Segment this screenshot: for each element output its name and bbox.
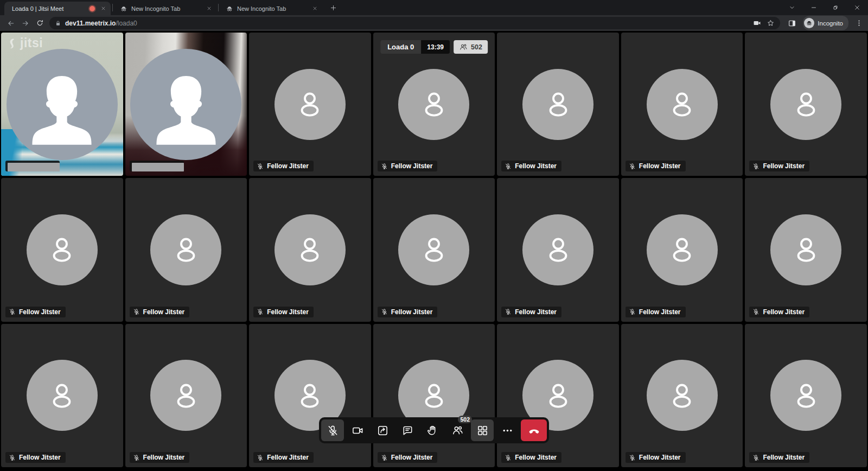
person-outline-icon — [165, 228, 207, 271]
camera-button[interactable] — [346, 419, 369, 441]
tab-new-incognito-2[interactable]: New Incognito Tab — [220, 2, 322, 15]
participant-tile[interactable]: Fellow Jitster — [745, 178, 867, 321]
bookmark-star-icon[interactable] — [767, 19, 775, 27]
mute-audio-button[interactable] — [321, 419, 344, 441]
participant-name-label: Fellow Jitster — [626, 161, 686, 171]
forward-button[interactable] — [18, 16, 33, 30]
participant-tile[interactable]: Fellow Jitster — [373, 324, 495, 467]
close-window-button[interactable] — [846, 0, 868, 15]
reload-button[interactable] — [33, 16, 47, 30]
tab-close-icon[interactable] — [205, 4, 213, 13]
conference-header: Loada 0 13:39 502 — [380, 40, 488, 54]
jitsi-logo-icon — [6, 37, 18, 49]
redacted-name-block — [8, 163, 60, 171]
participant-name-label: Fellow Jitster — [749, 161, 809, 171]
participant-tile[interactable]: Fellow Jitster — [745, 324, 867, 467]
participant-tile[interactable]: jitsi — [1, 33, 123, 176]
participant-name: Fellow Jitster — [267, 308, 309, 316]
chat-button[interactable] — [396, 419, 419, 441]
participant-tile[interactable]: Fellow Jitster — [497, 33, 619, 176]
participant-name-label: Fellow Jitster — [501, 161, 561, 171]
participant-name: Fellow Jitster — [639, 162, 681, 170]
participant-name-label: Fellow Jitster — [378, 452, 438, 463]
participant-tile[interactable]: Fellow Jitster — [249, 178, 371, 321]
meeting-toolbar: 502 — [319, 417, 549, 443]
tile-view-button[interactable] — [471, 419, 494, 441]
participants-button[interactable]: 502 — [446, 419, 469, 441]
tab-title: New Incognito Tab — [131, 5, 205, 12]
participant-avatar — [150, 214, 221, 285]
tab-new-incognito-1[interactable]: New Incognito Tab — [114, 2, 216, 15]
participant-avatar — [522, 214, 593, 285]
mic-muted-icon — [505, 308, 512, 315]
participant-tile[interactable]: Fellow Jitster — [497, 178, 619, 321]
tab-search-button[interactable] — [781, 0, 803, 15]
participant-tile[interactable]: Fellow Jitster — [1, 178, 123, 321]
participant-tile[interactable]: Fellow Jitster — [373, 33, 495, 176]
participant-tile[interactable]: Fellow Jitster — [249, 324, 371, 467]
tab-close-icon[interactable] — [99, 4, 107, 13]
participant-tile[interactable]: Fellow Jitster — [621, 324, 743, 467]
participant-name-label-redacted — [5, 161, 60, 171]
participant-tile[interactable]: Fellow Jitster — [373, 178, 495, 321]
participant-tile[interactable] — [125, 33, 247, 176]
person-outline-icon — [537, 83, 579, 125]
participant-name-label: Fellow Jitster — [626, 307, 686, 317]
participant-tile[interactable]: Fellow Jitster — [621, 33, 743, 176]
person-outline-icon — [289, 228, 331, 271]
participant-name: Fellow Jitster — [143, 308, 185, 316]
minimize-button[interactable] — [803, 0, 825, 15]
jitsi-watermark: jitsi — [6, 36, 43, 50]
side-panel-button[interactable] — [784, 16, 800, 31]
person-outline-icon — [41, 374, 83, 417]
participant-name: Fellow Jitster — [391, 308, 433, 316]
participant-avatar — [770, 360, 841, 431]
incognito-icon — [120, 5, 127, 12]
screen-share-button[interactable] — [371, 419, 394, 441]
new-tab-button[interactable] — [327, 1, 340, 14]
participant-avatar — [647, 214, 718, 285]
participant-count: 502 — [471, 43, 482, 51]
conference-timer: 13:39 — [421, 40, 450, 54]
participant-avatar — [647, 69, 718, 140]
participant-tile[interactable]: Fellow Jitster — [497, 324, 619, 467]
participant-tile[interactable]: Fellow Jitster — [125, 324, 247, 467]
person-outline-icon — [785, 374, 827, 417]
more-icon — [501, 424, 514, 437]
participant-count-pill[interactable]: 502 — [454, 40, 488, 54]
participant-name: Fellow Jitster — [143, 454, 185, 461]
incognito-icon — [226, 5, 233, 12]
camera-in-use-icon[interactable] — [753, 19, 761, 27]
participant-name-label: Fellow Jitster — [749, 452, 809, 463]
raise-hand-button[interactable] — [421, 419, 444, 441]
hangup-button[interactable] — [521, 419, 547, 441]
participant-avatar — [398, 214, 469, 285]
participants-icon — [451, 424, 464, 437]
person-silhouette-icon — [138, 65, 234, 160]
more-actions-button[interactable] — [496, 419, 519, 441]
participant-name-label: Fellow Jitster — [253, 452, 314, 463]
person-outline-icon — [413, 374, 455, 417]
participant-tile[interactable]: Fellow Jitster — [621, 178, 743, 321]
mic-muted-icon — [9, 308, 16, 315]
participant-name: Fellow Jitster — [267, 162, 309, 170]
person-outline-icon — [413, 83, 455, 125]
person-outline-icon — [661, 374, 703, 417]
tab-close-icon[interactable] — [310, 4, 319, 13]
participant-tile[interactable]: Fellow Jitster — [745, 33, 867, 176]
incognito-badge[interactable]: Incognito — [803, 16, 848, 30]
participant-tile[interactable]: Fellow Jitster — [249, 33, 371, 176]
maximize-button[interactable] — [825, 0, 846, 15]
address-bar[interactable]: dev11.meetrix.io /loada0 — [49, 17, 780, 29]
tab-jitsi-meet[interactable]: Loada 0 | Jitsi Meet — [4, 2, 111, 15]
participant-avatar — [770, 69, 841, 140]
browser-menu-button[interactable] — [853, 16, 865, 30]
participant-tile[interactable]: Fellow Jitster — [125, 178, 247, 321]
back-button[interactable] — [3, 16, 18, 30]
person-outline-icon — [537, 374, 579, 417]
tab-title: New Incognito Tab — [237, 5, 310, 12]
participants-grid: jitsiFellow JitsterFellow JitsterFellow … — [0, 31, 868, 471]
participant-tile[interactable]: Fellow Jitster — [1, 324, 123, 467]
person-outline-icon — [537, 228, 579, 271]
participant-avatar — [7, 49, 118, 160]
